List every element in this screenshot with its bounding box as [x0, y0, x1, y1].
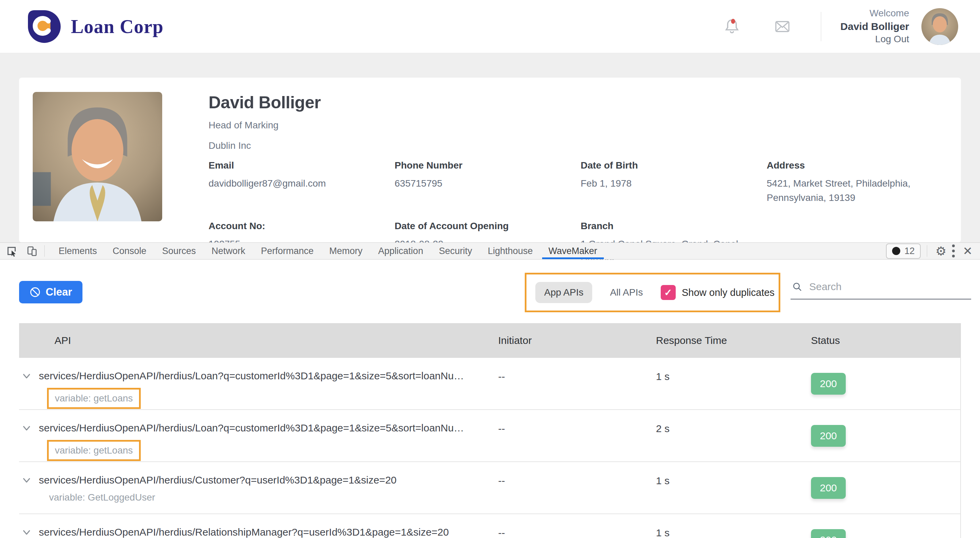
- api-url: services/HerdiusOpenAPI/herdius/Loan?q=c…: [39, 422, 464, 434]
- field-label: Phone Number: [395, 160, 581, 171]
- profile-card: David Bolliger Head of Marking Dublin In…: [19, 78, 961, 243]
- field-value: 5421, Market Street, Philadelphia, Penns…: [767, 176, 927, 205]
- search-input[interactable]: [809, 281, 970, 292]
- messages-mail-icon[interactable]: [773, 17, 792, 36]
- loan-corp-app: Loan Corp Welcome David Bollig: [0, 0, 980, 538]
- search-field[interactable]: [791, 279, 971, 300]
- more-options-kebab-icon[interactable]: [949, 243, 958, 259]
- check-icon: ✓: [664, 287, 672, 298]
- brand-logo[interactable]: Loan Corp: [24, 8, 164, 46]
- table-row: services/HerdiusOpenAPI/herdius/Loan?q=c…: [19, 358, 960, 410]
- devtools-tab[interactable]: Console: [105, 243, 154, 259]
- clear-button-label: Clear: [46, 286, 72, 298]
- wavemaker-panel: Clear App APIs All APIs ✓ Show only dupl…: [0, 260, 980, 538]
- status-cell: 200: [811, 462, 960, 514]
- device-toolbar-icon[interactable]: [26, 245, 38, 257]
- status-cell: 200: [811, 514, 960, 538]
- initiator-cell: --: [498, 462, 656, 514]
- devtools-icons-divider: [44, 245, 45, 257]
- chevron-down-icon[interactable]: [19, 475, 34, 486]
- devtools-tab[interactable]: Performance: [253, 243, 322, 259]
- close-devtools-icon[interactable]: ✕: [963, 244, 973, 258]
- api-url: services/HerdiusOpenAPI/herdius/Relation…: [39, 527, 449, 538]
- initiator-cell: --: [498, 358, 656, 409]
- field-label: Branch: [581, 221, 767, 232]
- table-row: services/HerdiusOpenAPI/herdius/Relation…: [19, 514, 960, 538]
- initiator-cell: --: [498, 514, 656, 538]
- status-cell: 200: [811, 358, 960, 409]
- search-icon: [792, 281, 802, 292]
- field-label: Date of Birth: [581, 160, 767, 171]
- status-badge: 200: [811, 425, 846, 447]
- field-label: Date of Account Opening: [395, 221, 581, 232]
- variable-tag: variable: getLoans: [47, 440, 141, 461]
- notifications-bell-icon[interactable]: [722, 17, 742, 37]
- duplicates-label: Show only duplicates: [682, 287, 775, 298]
- variable-tag: variable: getLoans: [47, 388, 141, 409]
- devtools-tab[interactable]: Sources: [154, 243, 204, 259]
- issues-count: 12: [904, 246, 915, 256]
- profile-field: Email davidbolliger87@gmail.com: [208, 160, 395, 205]
- field-label: Email: [208, 160, 395, 171]
- app-apis-tab[interactable]: App APIs: [535, 282, 592, 303]
- devtools-right-divider: [927, 245, 927, 257]
- devtools-tab[interactable]: Security: [431, 243, 480, 259]
- table-header: API Initiator Response Time Status: [19, 323, 961, 358]
- col-header-response-time: Response Time: [656, 335, 811, 346]
- chevron-down-icon[interactable]: [19, 370, 34, 382]
- api-cell: services/HerdiusOpenAPI/herdius/Loan?q=c…: [19, 358, 498, 409]
- api-cell: services/HerdiusOpenAPI/herdius/Relation…: [19, 514, 498, 538]
- welcome-text: Welcome: [840, 7, 909, 20]
- status-badge: 200: [811, 373, 846, 395]
- devtools-bar: Elements Console Sources Network Perform…: [0, 243, 980, 259]
- clear-block-icon: [29, 286, 41, 298]
- response-time-cell: 1 s: [656, 514, 811, 538]
- clear-button[interactable]: Clear: [19, 281, 83, 303]
- profile-field: Phone Number 635715795: [395, 160, 581, 205]
- profile-name: David Bolliger: [208, 93, 953, 113]
- field-value: davidbolliger87@gmail.com: [208, 176, 369, 191]
- api-cell: services/HerdiusOpenAPI/herdius/Loan?q=c…: [19, 410, 498, 461]
- table-row: services/HerdiusOpenAPI/herdius/Customer…: [19, 462, 960, 514]
- chevron-down-icon[interactable]: [19, 527, 34, 538]
- devtools-tab[interactable]: Network: [204, 243, 253, 259]
- issues-dot-icon: [892, 247, 900, 255]
- inspect-element-icon[interactable]: [5, 245, 18, 257]
- duplicates-checkbox[interactable]: ✓: [661, 285, 676, 300]
- api-url: services/HerdiusOpenAPI/herdius/Loan?q=c…: [39, 370, 464, 382]
- response-time-cell: 1 s: [656, 462, 811, 514]
- field-value: 635715795: [395, 176, 555, 191]
- devtools-tab[interactable]: Elements: [51, 243, 105, 259]
- profile-info: David Bolliger Head of Marking Dublin In…: [208, 92, 953, 243]
- devtools-tab[interactable]: Memory: [321, 243, 371, 259]
- profile-title: Head of Marking: [208, 120, 953, 131]
- initiator-cell: --: [498, 410, 656, 461]
- field-label: Address: [767, 160, 953, 171]
- console-issues-badge[interactable]: 12: [886, 243, 921, 259]
- status-badge: 200: [811, 529, 846, 538]
- status-badge: 200: [811, 477, 846, 499]
- app-header: Loan Corp Welcome David Bollig: [0, 0, 980, 53]
- show-duplicates-control[interactable]: ✓ Show only duplicates: [661, 285, 775, 300]
- welcome-block: Welcome David Bolliger Log Out: [840, 7, 909, 46]
- devtools-tab[interactable]: Application: [371, 243, 431, 259]
- devtools-right-controls: 12 ⚙ ✕: [886, 243, 980, 259]
- devtools-tab[interactable]: Lighthouse: [480, 243, 541, 259]
- header-avatar[interactable]: [921, 8, 958, 45]
- response-time-cell: 1 s: [656, 358, 811, 409]
- settings-gear-icon[interactable]: ⚙: [935, 244, 946, 258]
- logout-link[interactable]: Log Out: [840, 33, 909, 46]
- devtools-left-icons: [0, 243, 38, 259]
- field-value: Feb 1, 1978: [581, 176, 741, 191]
- chevron-down-icon[interactable]: [19, 422, 34, 434]
- all-apis-tab[interactable]: All APIs: [610, 287, 643, 298]
- status-cell: 200: [811, 410, 960, 461]
- header-divider: [821, 12, 821, 41]
- variable-tag: variable: GetLoggedUser: [49, 492, 155, 503]
- api-url: services/HerdiusOpenAPI/herdius/Customer…: [39, 475, 397, 486]
- table-row: services/HerdiusOpenAPI/herdius/Loan?q=c…: [19, 410, 960, 462]
- devtools-tab[interactable]: WaveMaker: [541, 243, 605, 259]
- loan-corp-logo-icon: [24, 8, 62, 46]
- col-header-initiator: Initiator: [498, 335, 656, 346]
- profile-field: Address 5421, Market Street, Philadelphi…: [767, 160, 953, 205]
